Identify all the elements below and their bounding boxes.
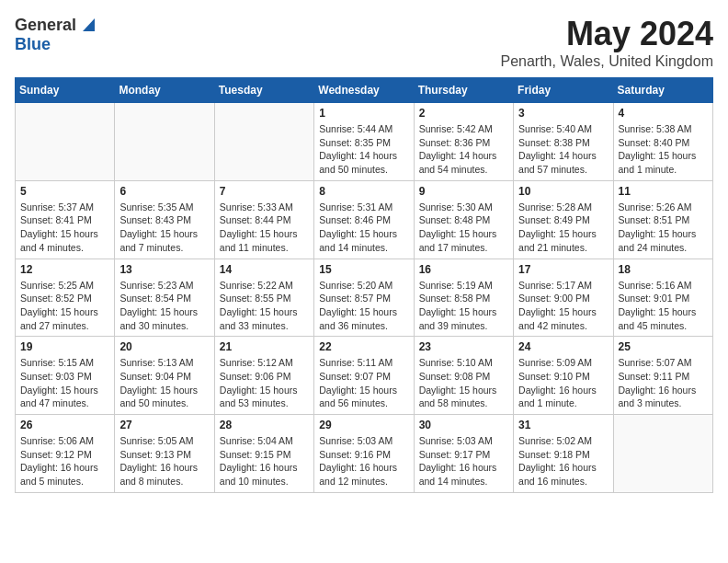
calendar-day-cell: 21Sunrise: 5:12 AMSunset: 9:06 PMDayligh… — [214, 337, 313, 415]
day-info: Sunrise: 5:31 AMSunset: 8:46 PMDaylight:… — [319, 201, 408, 255]
logo-blue-text: Blue — [15, 35, 51, 53]
calendar-day-cell: 30Sunrise: 5:03 AMSunset: 9:17 PMDayligh… — [414, 415, 513, 493]
weekday-header: Saturday — [613, 78, 712, 103]
day-info: Sunrise: 5:04 AMSunset: 9:15 PMDaylight:… — [220, 434, 309, 488]
calendar-week-row: 12Sunrise: 5:25 AMSunset: 8:52 PMDayligh… — [16, 259, 713, 337]
day-number: 16 — [419, 263, 508, 276]
day-number: 3 — [518, 107, 608, 120]
day-info: Sunrise: 5:28 AMSunset: 8:49 PMDaylight:… — [518, 201, 608, 255]
weekday-header: Monday — [115, 78, 214, 103]
day-info: Sunrise: 5:35 AMSunset: 8:43 PMDaylight:… — [119, 201, 209, 255]
calendar-week-row: 19Sunrise: 5:15 AMSunset: 9:03 PMDayligh… — [16, 337, 713, 415]
calendar-day-cell: 13Sunrise: 5:23 AMSunset: 8:54 PMDayligh… — [115, 259, 214, 337]
day-number: 2 — [419, 107, 508, 120]
svg-marker-0 — [83, 18, 95, 31]
weekday-header: Tuesday — [214, 78, 313, 103]
day-info: Sunrise: 5:37 AMSunset: 8:41 PMDaylight:… — [20, 201, 109, 255]
day-info: Sunrise: 5:16 AMSunset: 9:01 PMDaylight:… — [619, 279, 708, 333]
calendar-day-cell: 12Sunrise: 5:25 AMSunset: 8:52 PMDayligh… — [16, 259, 115, 337]
logo: General Blue — [15, 15, 95, 54]
calendar-day-cell: 6Sunrise: 5:35 AMSunset: 8:43 PMDaylight… — [115, 180, 214, 259]
day-info: Sunrise: 5:03 AMSunset: 9:16 PMDaylight:… — [319, 434, 408, 488]
calendar-day-cell: 1Sunrise: 5:44 AMSunset: 8:35 PMDaylight… — [314, 103, 414, 181]
logo-general-text: General — [15, 16, 76, 35]
day-number: 15 — [319, 263, 408, 276]
calendar-day-cell — [115, 103, 214, 181]
page-header: General Blue May 2024 Penarth, Wales, Un… — [15, 15, 713, 70]
day-number: 20 — [119, 340, 209, 353]
day-number: 19 — [20, 340, 109, 353]
day-number: 21 — [220, 340, 309, 353]
calendar-week-row: 26Sunrise: 5:06 AMSunset: 9:12 PMDayligh… — [16, 415, 713, 493]
calendar-day-cell: 31Sunrise: 5:02 AMSunset: 9:18 PMDayligh… — [514, 415, 613, 493]
day-number: 26 — [20, 419, 109, 431]
calendar-day-cell: 25Sunrise: 5:07 AMSunset: 9:11 PMDayligh… — [613, 337, 712, 415]
day-number: 29 — [319, 419, 408, 431]
calendar-day-cell: 29Sunrise: 5:03 AMSunset: 9:16 PMDayligh… — [314, 415, 414, 493]
day-info: Sunrise: 5:40 AMSunset: 8:38 PMDaylight:… — [518, 122, 608, 177]
day-number: 31 — [518, 419, 608, 431]
location-title: Penarth, Wales, United Kingdom — [500, 53, 713, 70]
title-section: May 2024 Penarth, Wales, United Kingdom — [500, 15, 713, 70]
day-info: Sunrise: 5:02 AMSunset: 9:18 PMDaylight:… — [518, 434, 608, 488]
day-number: 10 — [518, 185, 608, 198]
day-info: Sunrise: 5:15 AMSunset: 9:03 PMDaylight:… — [20, 356, 109, 410]
calendar-header-row: SundayMondayTuesdayWednesdayThursdayFrid… — [16, 78, 713, 103]
day-info: Sunrise: 5:12 AMSunset: 9:06 PMDaylight:… — [220, 356, 309, 410]
calendar-day-cell: 4Sunrise: 5:38 AMSunset: 8:40 PMDaylight… — [613, 103, 712, 181]
day-info: Sunrise: 5:42 AMSunset: 8:36 PMDaylight:… — [419, 122, 508, 177]
day-number: 6 — [119, 185, 209, 198]
day-info: Sunrise: 5:22 AMSunset: 8:55 PMDaylight:… — [220, 279, 309, 333]
calendar-week-row: 1Sunrise: 5:44 AMSunset: 8:35 PMDaylight… — [16, 103, 713, 181]
day-number: 9 — [419, 185, 508, 198]
day-info: Sunrise: 5:10 AMSunset: 9:08 PMDaylight:… — [419, 356, 508, 410]
day-number: 28 — [220, 419, 309, 431]
day-info: Sunrise: 5:26 AMSunset: 8:51 PMDaylight:… — [619, 201, 708, 255]
calendar-day-cell: 7Sunrise: 5:33 AMSunset: 8:44 PMDaylight… — [214, 180, 313, 259]
day-info: Sunrise: 5:09 AMSunset: 9:10 PMDaylight:… — [518, 356, 608, 410]
day-info: Sunrise: 5:17 AMSunset: 9:00 PMDaylight:… — [518, 279, 608, 333]
calendar-day-cell: 28Sunrise: 5:04 AMSunset: 9:15 PMDayligh… — [214, 415, 313, 493]
day-info: Sunrise: 5:44 AMSunset: 8:35 PMDaylight:… — [319, 122, 408, 177]
calendar-day-cell: 24Sunrise: 5:09 AMSunset: 9:10 PMDayligh… — [514, 337, 613, 415]
calendar-day-cell: 8Sunrise: 5:31 AMSunset: 8:46 PMDaylight… — [314, 180, 414, 259]
calendar-day-cell: 11Sunrise: 5:26 AMSunset: 8:51 PMDayligh… — [613, 180, 712, 259]
day-number: 30 — [419, 419, 508, 431]
day-number: 11 — [619, 185, 708, 198]
day-info: Sunrise: 5:13 AMSunset: 9:04 PMDaylight:… — [119, 356, 209, 410]
calendar-day-cell: 16Sunrise: 5:19 AMSunset: 8:58 PMDayligh… — [414, 259, 513, 337]
day-info: Sunrise: 5:33 AMSunset: 8:44 PMDaylight:… — [220, 201, 309, 255]
day-info: Sunrise: 5:11 AMSunset: 9:07 PMDaylight:… — [319, 356, 408, 410]
calendar-day-cell: 22Sunrise: 5:11 AMSunset: 9:07 PMDayligh… — [314, 337, 414, 415]
calendar-day-cell: 5Sunrise: 5:37 AMSunset: 8:41 PMDaylight… — [16, 180, 115, 259]
day-number: 7 — [220, 185, 309, 198]
day-number: 23 — [419, 340, 508, 353]
day-number: 5 — [20, 185, 109, 198]
weekday-header: Sunday — [16, 78, 115, 103]
calendar-day-cell: 3Sunrise: 5:40 AMSunset: 8:38 PMDaylight… — [514, 103, 613, 181]
calendar-day-cell — [613, 415, 712, 493]
calendar-day-cell: 9Sunrise: 5:30 AMSunset: 8:48 PMDaylight… — [414, 180, 513, 259]
day-number: 4 — [619, 107, 708, 120]
day-info: Sunrise: 5:30 AMSunset: 8:48 PMDaylight:… — [419, 201, 508, 255]
logo-icon — [78, 15, 95, 31]
day-info: Sunrise: 5:05 AMSunset: 9:13 PMDaylight:… — [119, 434, 209, 488]
calendar-day-cell: 10Sunrise: 5:28 AMSunset: 8:49 PMDayligh… — [514, 180, 613, 259]
day-number: 24 — [518, 340, 608, 353]
calendar-day-cell: 14Sunrise: 5:22 AMSunset: 8:55 PMDayligh… — [214, 259, 313, 337]
calendar-day-cell — [16, 103, 115, 181]
day-number: 8 — [319, 185, 408, 198]
calendar-day-cell: 19Sunrise: 5:15 AMSunset: 9:03 PMDayligh… — [16, 337, 115, 415]
calendar-day-cell: 26Sunrise: 5:06 AMSunset: 9:12 PMDayligh… — [16, 415, 115, 493]
day-number: 25 — [619, 340, 708, 353]
month-title: May 2024 — [500, 15, 713, 53]
day-number: 12 — [20, 263, 109, 276]
day-info: Sunrise: 5:38 AMSunset: 8:40 PMDaylight:… — [619, 122, 708, 177]
calendar-day-cell: 27Sunrise: 5:05 AMSunset: 9:13 PMDayligh… — [115, 415, 214, 493]
day-info: Sunrise: 5:19 AMSunset: 8:58 PMDaylight:… — [419, 279, 508, 333]
day-info: Sunrise: 5:03 AMSunset: 9:17 PMDaylight:… — [419, 434, 508, 488]
day-number: 22 — [319, 340, 408, 353]
calendar-day-cell: 2Sunrise: 5:42 AMSunset: 8:36 PMDaylight… — [414, 103, 513, 181]
calendar-table: SundayMondayTuesdayWednesdayThursdayFrid… — [15, 77, 713, 493]
day-info: Sunrise: 5:07 AMSunset: 9:11 PMDaylight:… — [619, 356, 708, 410]
